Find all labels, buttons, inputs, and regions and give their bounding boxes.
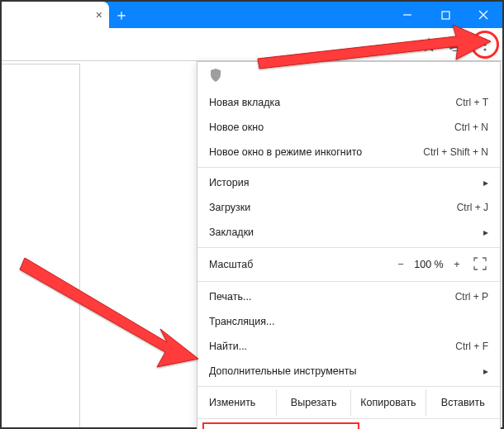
menu-shortcut: Ctrl + P: [455, 291, 488, 303]
maximize-icon: [441, 11, 450, 20]
menu-shortcut: Ctrl + Shift + N: [423, 146, 488, 158]
menu-shortcut: Ctrl + T: [456, 97, 488, 108]
menu-separator: [197, 247, 500, 248]
menu-security-indicator: [197, 62, 500, 90]
edit-label: Изменить: [197, 389, 277, 416]
maximize-button[interactable]: [426, 2, 464, 28]
left-panel: [2, 64, 80, 427]
title-bar: × ＋: [2, 2, 502, 28]
menu-label: Закладки: [209, 226, 478, 238]
svg-point-6: [483, 38, 486, 41]
menu-label: Дополнительные инструменты: [209, 365, 478, 377]
plus-icon: ＋: [114, 5, 129, 25]
menu-label: Загрузки: [209, 202, 457, 213]
star-icon: [421, 37, 436, 52]
minimize-button[interactable]: [388, 2, 426, 28]
close-icon: [478, 10, 488, 20]
menu-item-bookmarks[interactable]: Закладки ▸: [197, 220, 500, 245]
copy-button[interactable]: Копировать: [351, 389, 426, 416]
menu-label: Найти...: [209, 341, 455, 352]
bookmark-star-button[interactable]: [420, 36, 438, 54]
menu-label: Трансляция...: [209, 316, 488, 327]
minimize-icon: [402, 10, 412, 20]
menu-item-edit: Изменить Вырезать Копировать Вставить: [197, 389, 500, 416]
menu-item-settings[interactable]: Настройки: [197, 422, 500, 429]
menu-shortcut: Ctrl + N: [454, 122, 488, 133]
menu-shortcut: Ctrl + J: [457, 202, 488, 213]
menu-separator: [197, 281, 500, 282]
menu-item-downloads[interactable]: Загрузки Ctrl + J: [197, 195, 500, 220]
cut-button[interactable]: Вырезать: [277, 389, 351, 416]
shield-icon: [209, 68, 222, 85]
paste-button[interactable]: Вставить: [426, 389, 500, 416]
menu-item-zoom: Масштаб − 100 % +: [197, 250, 500, 279]
browser-tab[interactable]: ×: [2, 2, 109, 28]
menu-label: Новое окно в режиме инкогнито: [209, 146, 423, 158]
zoom-value: 100 %: [409, 259, 449, 270]
content-area: Новая вкладка Ctrl + T Новое окно Ctrl +…: [2, 61, 502, 427]
chevron-right-icon: ▸: [483, 365, 488, 377]
zoom-out-button[interactable]: −: [392, 259, 409, 270]
menu-shortcut: Ctrl + F: [455, 341, 488, 352]
menu-label: История: [209, 177, 478, 188]
chevron-right-icon: ▸: [483, 226, 488, 238]
more-menu-button[interactable]: [473, 32, 497, 57]
menu-item-print[interactable]: Печать... Ctrl + P: [197, 284, 500, 309]
main-menu: Новая вкладка Ctrl + T Новое окно Ctrl +…: [197, 61, 501, 429]
menu-item-new-window[interactable]: Новое окно Ctrl + N: [197, 115, 500, 140]
menu-separator: [197, 167, 500, 168]
toolbar: [2, 28, 502, 61]
profile-icon: [447, 36, 464, 53]
svg-point-8: [483, 48, 486, 50]
menu-item-more-tools[interactable]: Дополнительные инструменты ▸: [197, 359, 500, 384]
fullscreen-icon: [473, 257, 487, 270]
menu-label: Новая вкладка: [209, 97, 456, 108]
profile-button[interactable]: [446, 36, 464, 54]
new-tab-button[interactable]: ＋: [109, 2, 134, 28]
close-window-button[interactable]: [464, 2, 502, 28]
menu-item-new-tab[interactable]: Новая вкладка Ctrl + T: [197, 90, 500, 115]
menu-item-incognito[interactable]: Новое окно в режиме инкогнито Ctrl + Shi…: [197, 140, 500, 164]
svg-point-5: [453, 40, 457, 44]
menu-item-cast[interactable]: Трансляция...: [197, 309, 500, 334]
svg-point-7: [483, 43, 486, 45]
browser-window: × ＋: [0, 0, 504, 429]
menu-separator: [197, 418, 500, 419]
chevron-right-icon: ▸: [483, 177, 488, 188]
fullscreen-button[interactable]: [473, 257, 488, 272]
menu-item-history[interactable]: История ▸: [197, 170, 500, 195]
menu-item-find[interactable]: Найти... Ctrl + F: [197, 334, 500, 359]
menu-label: Масштаб: [209, 259, 392, 270]
svg-rect-1: [442, 12, 449, 19]
menu-label: Печать...: [209, 291, 455, 303]
zoom-in-button[interactable]: +: [449, 259, 465, 270]
titlebar-spacer[interactable]: [134, 2, 388, 28]
menu-separator: [197, 386, 500, 387]
menu-label: Новое окно: [209, 122, 454, 133]
close-icon[interactable]: ×: [96, 8, 102, 21]
more-vert-icon: [483, 38, 487, 51]
